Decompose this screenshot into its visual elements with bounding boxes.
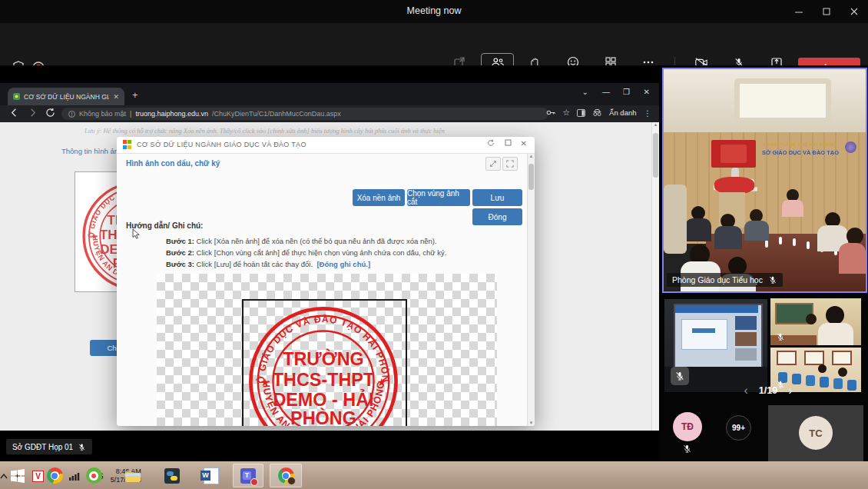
url-domain: truong.haiphong.edu.vn — [135, 110, 208, 118]
dialog-scroll-up-icon[interactable]: ▲ — [528, 154, 535, 158]
folder-icon — [124, 469, 141, 482]
participant-avatar: TC — [799, 416, 833, 450]
thumbnail-1-mic-muted-icon — [671, 367, 689, 385]
dialog-title: CƠ SỞ DỮ LIỆU NGÀNH GIÁO DỤC VÀ ĐÀO TẠO — [137, 141, 306, 148]
browser-minimize-icon[interactable]: — — [602, 88, 610, 96]
svg-text:TRƯỜNG: TRƯỜNG — [283, 348, 364, 369]
minimize-button[interactable] — [785, 0, 813, 23]
taskbar-chrome-active-icon[interactable] — [270, 464, 302, 487]
browser-kebab-menu-icon[interactable]: ⋮ — [644, 108, 652, 118]
presenter-name-badge: Sở GDĐT Họp 01 — [6, 439, 92, 454]
transparent-canvas: SỞ GIÁO DỤC VÀ ĐÀO TẠO HẢI PHÒNG HUYỆN A… — [157, 274, 497, 426]
participant-thumbnail-1[interactable] — [664, 299, 767, 392]
windows-logo-icon — [11, 469, 25, 483]
participant-tile[interactable]: TC — [768, 405, 863, 461]
tab-close-icon[interactable]: ✕ — [113, 93, 119, 101]
scroll-up-icon[interactable]: ▲ — [652, 122, 659, 127]
url-path: /ChuKyDienTu/C1/DanhMucConDau.aspx — [212, 110, 341, 118]
svg-text:DEMO - HẢI: DEMO - HẢI — [273, 388, 373, 410]
resize-diagonal-icon[interactable] — [485, 157, 501, 171]
avatar-mic-muted-icon — [682, 444, 692, 454]
fullscreen-icon[interactable] — [502, 157, 518, 171]
teams-meeting-window: Meeting now --:-- Pop out People Raise — [0, 0, 868, 489]
incognito-icon — [592, 108, 602, 117]
network-signal-icon[interactable] — [69, 472, 80, 481]
close-note-link[interactable]: [Đóng ghi chú.] — [316, 260, 370, 268]
sidebar-icon[interactable] — [577, 109, 585, 117]
new-tab-button[interactable]: + — [132, 89, 138, 101]
browser-menu-chevron-icon[interactable]: ⌄ — [582, 88, 588, 96]
page-next-icon[interactable]: › — [788, 384, 792, 397]
page-scrollbar[interactable]: ▲ — [651, 122, 659, 431]
microsoft-logo-icon — [123, 140, 132, 149]
not-secure-icon — [68, 111, 75, 118]
svg-text:★: ★ — [91, 232, 98, 241]
browser-tabbar: CƠ SỞ DỮ LIỆU NGÀNH GIÁO D ✕ + ⌄ — ❐ ✕ — [0, 83, 659, 105]
meeting-stage: CƠ SỞ DỮ LIỆU NGÀNH GIÁO D ✕ + ⌄ — ❐ ✕ — [0, 65, 868, 461]
taskbar-chrome-icon[interactable] — [41, 464, 68, 487]
window-titlebar: Meeting now — [0, 0, 868, 23]
teams-notification-badge — [250, 478, 258, 486]
page-scrollbar-thumb[interactable] — [653, 133, 658, 178]
security-label: Không bảo mật — [79, 110, 126, 118]
browser-tab[interactable]: CƠ SỞ DỮ LIỆU NGÀNH GIÁO D ✕ — [8, 88, 124, 105]
password-key-icon[interactable] — [546, 109, 555, 116]
image-info-section-title: Thông tin hình ảnh — [61, 147, 122, 155]
presenter-mic-muted-icon — [78, 443, 86, 451]
taskbar-explorer-icon[interactable] — [120, 464, 146, 487]
dialog-titlebar: CƠ SỞ DỮ LIỆU NGÀNH GIÁO DỤC VÀ ĐÀO TẠO … — [117, 137, 535, 154]
spotlight-mic-muted-icon — [768, 275, 777, 284]
taskbar-word-icon[interactable]: W — [198, 464, 224, 487]
dialog-scrollbar-thumb[interactable] — [528, 164, 534, 190]
dialog-section-title: Hình ảnh con dấu, chữ ký — [126, 159, 220, 168]
windows-taskbar: W T V ENG 8:46 AM 5/17/2023 — [0, 461, 868, 489]
spotlight-video-tile[interactable]: UBND THÀNH PHỐ HẢI PHÒNG SỞ GIÁO DỤC VÀ … — [662, 68, 867, 293]
svg-text:THCS-THPT: THCS-THPT — [273, 370, 375, 390]
browser-restore-icon[interactable]: ❐ — [623, 88, 630, 96]
save-button[interactable]: Lưu — [472, 189, 522, 206]
page-previous-icon[interactable]: ‹ — [744, 384, 748, 397]
tab-favicon — [13, 93, 20, 100]
svg-text:★: ★ — [260, 376, 270, 388]
crop-region-button[interactable]: Chọn vùng ảnh cắt — [407, 189, 470, 206]
taskbar-python-icon[interactable] — [159, 464, 185, 487]
close-dialog-button[interactable]: Đóng — [472, 208, 522, 225]
dialog-close-icon[interactable]: ✕ — [521, 139, 527, 148]
dialog-body: Hình ảnh con dấu, chữ ký Xóa nền ảnh Chọ… — [117, 154, 535, 426]
back-icon[interactable] — [9, 108, 19, 118]
meeting-room-video: UBND THÀNH PHỐ HẢI PHÒNG SỞ GIÁO DỤC VÀ … — [664, 69, 866, 291]
participant-thumbnail-2[interactable] — [770, 298, 861, 345]
start-button[interactable] — [5, 464, 31, 487]
overflow-participants-badge[interactable]: 99+ — [726, 415, 751, 441]
meeting-title: Meeting now — [0, 5, 868, 16]
address-field[interactable]: Không bảo mật | truong.haiphong.edu.vn/C… — [61, 108, 548, 120]
meeting-toolbar: --:-- Pop out People Raise React View — [0, 23, 868, 65]
screen-share-area: CƠ SỞ DỮ LIỆU NGÀNH GIÁO D ✕ + ⌄ — ❐ ✕ — [0, 65, 659, 461]
taskbar-teams-icon[interactable]: T — [233, 464, 263, 487]
taskbar-coccoc-icon[interactable] — [81, 464, 107, 487]
dialog-maximize-icon[interactable] — [505, 139, 512, 146]
dialog-scrollbar[interactable]: ▲ ▼ — [527, 154, 535, 426]
stamp-image: SỞ GIÁO DỤC VÀ ĐÀO TẠO HẢI PHÒNG HUYỆN A… — [244, 302, 403, 426]
remove-background-button[interactable]: Xóa nền ảnh — [353, 189, 405, 206]
reload-icon[interactable] — [45, 108, 55, 118]
forward-icon[interactable] — [28, 108, 38, 118]
dialog-refresh-icon[interactable] — [487, 139, 495, 147]
bookmark-star-icon[interactable]: ☆ — [562, 108, 570, 118]
guide-step-1: Bước 1: Click [Xóa nền ảnh] để xóa nền (… — [166, 237, 437, 245]
close-button[interactable] — [840, 0, 868, 23]
guide-step-2: Bước 2: Click [Chọn vùng cắt ảnh] để thự… — [166, 248, 446, 257]
page-indicator: 1/19 — [759, 385, 777, 396]
maximize-button[interactable] — [813, 0, 840, 23]
stamp-image-frame[interactable]: SỞ GIÁO DỤC VÀ ĐÀO TẠO HẢI PHÒNG HUYỆN A… — [242, 299, 407, 426]
incognito-label: Ẩn danh — [609, 108, 636, 117]
svg-text:★: ★ — [377, 376, 387, 388]
participant-avatar[interactable]: TĐ — [673, 412, 702, 441]
browser-close-icon[interactable]: ✕ — [644, 88, 650, 96]
thumbnail-2-mic-muted-icon — [776, 332, 785, 341]
page-hint-text: Lưu ý: Hệ thống có hỗ trợ chức năng Xóa … — [84, 127, 634, 135]
browser-urlbar: Không bảo mật | truong.haiphong.edu.vn/C… — [0, 105, 659, 122]
guide-step-3: Bước 3: Click [Lưu] để hoàn tất các thay… — [166, 260, 370, 268]
dialog-scroll-down-icon[interactable]: ▼ — [528, 421, 535, 425]
shared-browser-window: CƠ SỞ DỮ LIỆU NGÀNH GIÁO D ✕ + ⌄ — ❐ ✕ — [0, 83, 659, 431]
